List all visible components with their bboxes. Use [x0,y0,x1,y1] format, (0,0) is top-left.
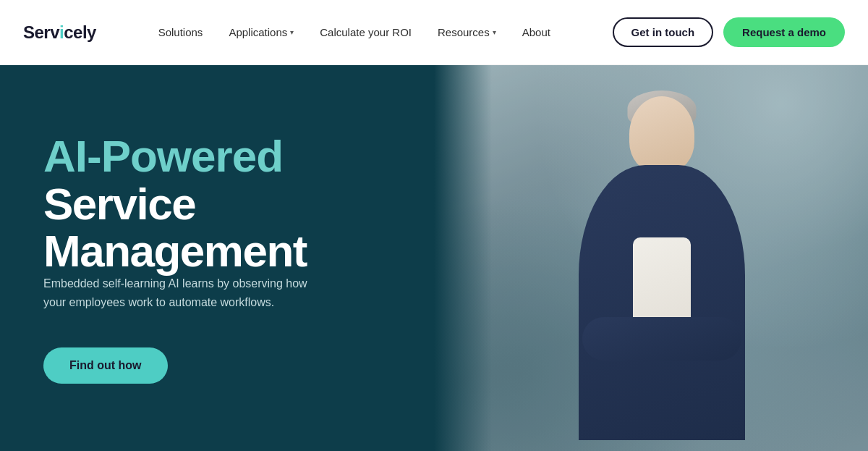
logo-text: Servicely [23,22,96,43]
nav-link-roi[interactable]: Calculate your ROI [320,26,412,38]
hero-right-panel [434,65,868,451]
person-arms [582,317,741,361]
logo[interactable]: Servicely [23,22,96,43]
chevron-down-icon: ▾ [290,28,294,36]
hero-title-accent: AI-Powered [43,131,283,181]
nav-link-applications[interactable]: Applications ▾ [229,26,294,38]
logo-dot: i [59,22,64,42]
hero-section: AI-Powered Service Management Embedded s… [0,65,868,451]
nav-links: Solutions Applications ▾ Calculate your … [158,26,550,38]
find-out-how-button[interactable]: Find out how [43,347,168,384]
hero-person-image [553,96,770,451]
person-shirt [633,237,691,324]
hero-description: Embedded self-learning AI learns by obse… [43,274,333,313]
nav-item-about[interactable]: About [522,26,550,38]
request-demo-button[interactable]: Request a demo [723,17,845,47]
nav-link-about[interactable]: About [522,26,550,38]
get-in-touch-button[interactable]: Get in touch [613,17,714,47]
hero-left-panel: AI-Powered Service Management Embedded s… [0,65,434,451]
nav-link-solutions[interactable]: Solutions [158,26,203,38]
person-body [579,165,745,440]
chevron-down-icon: ▾ [493,28,496,36]
nav-item-solutions[interactable]: Solutions [158,26,203,38]
nav-actions: Get in touch Request a demo [613,17,845,47]
nav-link-resources[interactable]: Resources ▾ [438,26,496,38]
nav-item-resources[interactable]: Resources ▾ [438,26,496,38]
hero-title-main: Service Management [43,179,307,276]
nav-item-applications[interactable]: Applications ▾ [229,26,294,38]
navbar: Servicely Solutions Applications ▾ Calcu… [0,0,868,65]
person-head [629,96,694,172]
nav-item-roi[interactable]: Calculate your ROI [320,26,412,38]
